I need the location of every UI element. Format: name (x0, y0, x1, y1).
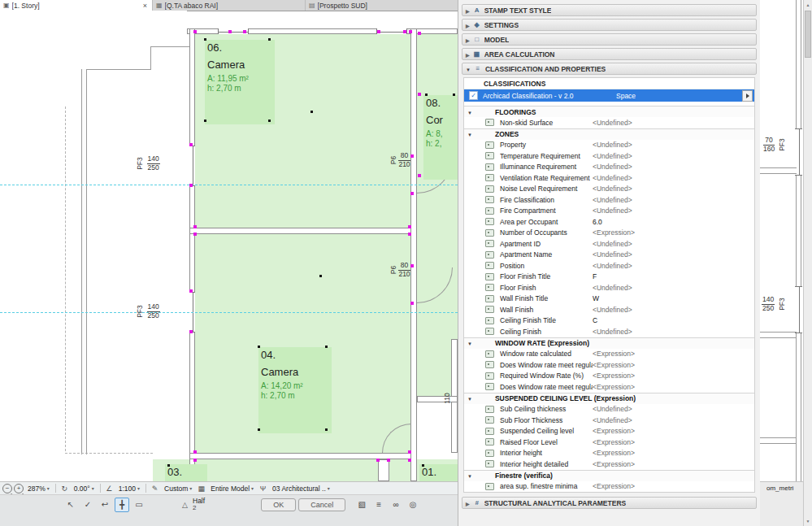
ok-button[interactable]: OK (261, 498, 296, 511)
property-row[interactable]: Apartment ID <Undefined> (464, 238, 754, 250)
section-structural-analytical[interactable]: # STRUCTURAL ANALYTICAL PARAMETERS (462, 497, 757, 509)
property-value[interactable]: <Undefined> (593, 262, 754, 270)
wall-right[interactable] (410, 28, 417, 481)
window-symbol[interactable] (189, 146, 195, 186)
selection-handle[interactable] (243, 30, 246, 33)
selection-handle[interactable] (410, 302, 414, 305)
property-value[interactable]: <Undefined> (593, 306, 754, 314)
property-group-header[interactable]: ZONES (464, 128, 754, 140)
property-value[interactable]: <Undefined> (593, 119, 754, 127)
property-value[interactable]: F (593, 272, 754, 280)
property-row[interactable]: Suspended Ceiling level <Expression> (464, 426, 754, 437)
link-icon[interactable]: ∞ (389, 498, 403, 512)
property-row[interactable]: Window rate calculated <Expression> (464, 349, 754, 360)
zone-stamp-06[interactable]: 06. Camera A: 11,95 m² h: 2,70 m (205, 40, 275, 124)
plan-canvas[interactable]: 06. Camera A: 11,95 m² h: 2,70 m 08. Cor… (0, 11, 458, 481)
selection-handle[interactable] (410, 264, 414, 267)
dimension-marker[interactable]: P6 80210 (389, 152, 410, 169)
close-tab-icon[interactable]: × (141, 2, 149, 10)
scale-dropdown[interactable]: 1:100 (116, 485, 142, 493)
expand-classification-button[interactable] (742, 90, 753, 102)
property-row[interactable]: Ventilation Rate Requirement <Undefined> (464, 172, 754, 184)
property-value[interactable]: <Expression> (593, 449, 754, 457)
door-opening[interactable] (411, 267, 416, 304)
property-group-header[interactable]: Finestre (verifica) (464, 470, 754, 481)
property-row[interactable]: Wall Finish Title W (464, 293, 754, 305)
property-value[interactable]: C (593, 316, 754, 324)
property-row[interactable]: Property <Undefined> (464, 140, 754, 151)
selection-handle[interactable] (377, 30, 380, 33)
property-value[interactable]: <Expression> (593, 361, 754, 369)
selection-handle[interactable] (189, 289, 193, 293)
property-value[interactable]: <Expression> (593, 383, 754, 391)
wall-left[interactable] (189, 28, 195, 481)
vertical-scrollbar[interactable]: ▲ ▼ (803, 0, 812, 526)
panel-section-header[interactable]: ◈ SETTINGS (462, 19, 757, 31)
classification-row[interactable]: ✓ Archicad Classification - v 2.0 Space (464, 89, 754, 102)
dimension-marker[interactable]: 140250 PF3 (762, 296, 788, 313)
property-row[interactable]: Floor Finish <Undefined> (464, 282, 754, 293)
layers-icon[interactable]: ≡ (371, 498, 386, 512)
property-row[interactable]: Noise Level Requirement <Undefined> (464, 184, 754, 195)
selection-handle[interactable] (410, 154, 414, 158)
section-classification-properties[interactable]: ≡ CLASSIFICATION AND PROPERTIES (462, 63, 757, 75)
property-value[interactable]: W (593, 294, 754, 302)
property-row[interactable]: Required Window Rate (%) <Expression> (464, 371, 754, 382)
panel-section-header[interactable]: □ MODEL (462, 33, 757, 46)
selection-handle[interactable] (189, 330, 193, 333)
selection-handle[interactable] (189, 143, 193, 146)
property-value[interactable]: <Undefined> (593, 152, 754, 160)
zoom-in-icon[interactable]: + (14, 484, 24, 493)
property-value[interactable]: <Undefined> (593, 174, 754, 182)
property-value[interactable]: <Undefined> (593, 141, 754, 149)
property-row[interactable]: Fire Compartment <Undefined> (464, 206, 754, 217)
selection-handle[interactable] (193, 30, 197, 33)
property-value[interactable]: <Undefined> (593, 416, 754, 424)
property-value[interactable]: <Expression> (593, 228, 754, 237)
scroll-up-icon[interactable]: ▲ (804, 2, 812, 7)
property-row[interactable]: Interior height detailed <Expression> (464, 459, 754, 470)
property-row[interactable]: Wall Finish <Undefined> (464, 304, 754, 315)
selection-handle[interactable] (408, 450, 411, 454)
checkbox-checked-icon[interactable]: ✓ (469, 91, 478, 100)
selection-handle[interactable] (403, 30, 406, 33)
property-group-header[interactable]: SUSPENDED CEILING LEVEL (Expression) (464, 393, 754, 404)
property-row[interactable]: Non-skid Surface <Undefined> (464, 117, 754, 128)
dimension-marker[interactable]: PF3 140250 (133, 155, 160, 172)
selection-handle[interactable] (193, 225, 197, 228)
selection-handle[interactable] (193, 459, 197, 462)
property-value[interactable]: <Expression> (593, 350, 754, 358)
property-group-header[interactable]: FLOORINGS (464, 106, 754, 117)
property-row[interactable]: Raised Floor Level <Expression> (464, 437, 754, 448)
wall-bottom-divider[interactable] (378, 459, 389, 481)
dimension-marker[interactable]: 70160 PF3 (763, 137, 788, 154)
property-row[interactable]: Temperature Requirement <Undefined> (464, 150, 754, 162)
property-value[interactable]: <Expression> (593, 460, 754, 468)
property-row[interactable]: Fire Classification <Undefined> (464, 194, 754, 206)
property-value[interactable]: 6.0 (593, 218, 754, 226)
property-row[interactable]: Ceiling Finish Title C (464, 315, 754, 327)
pen-set-dropdown[interactable]: Custom (162, 485, 194, 493)
property-value[interactable]: <Undefined> (593, 328, 754, 336)
3d-cube-icon[interactable]: ▧ (354, 498, 369, 512)
property-row[interactable]: area sup. finestre minima <Expression> (464, 481, 754, 493)
tab-1-story[interactable]: ▣ [1. Story] × (0, 0, 153, 11)
property-row[interactable]: Sub Ceiling thickness <Undefined> (464, 404, 754, 415)
orientation-dropdown[interactable]: 0.00° (72, 485, 97, 493)
tab-elevation[interactable]: ▤ [Prospetto SUD] (306, 0, 458, 11)
property-row[interactable]: Position <Undefined> (464, 260, 754, 272)
selection-handle[interactable] (408, 233, 411, 236)
zone-stamp-04[interactable]: 04. Camera A: 14,20 m² h: 2,70 m (258, 347, 332, 433)
scroll-down-icon[interactable]: ▼ (804, 519, 812, 524)
property-value[interactable]: <Expression> (593, 427, 754, 435)
property-row[interactable]: Ceiling Finish <Undefined> (464, 326, 754, 337)
target-icon[interactable]: ◎ (406, 498, 420, 512)
property-value[interactable]: <Undefined> (593, 240, 754, 248)
property-value[interactable]: <Expression> (593, 482, 754, 490)
model-filter-dropdown[interactable]: Entire Model (208, 485, 256, 493)
selection-handle[interactable] (410, 192, 414, 195)
scrollbar-thumb[interactable] (805, 11, 811, 58)
property-row[interactable]: Area per Occupant 6.0 (464, 216, 754, 228)
selection-handle[interactable] (418, 174, 421, 177)
property-row[interactable]: Does Window rate meet regulat... <Expres… (464, 381, 754, 393)
